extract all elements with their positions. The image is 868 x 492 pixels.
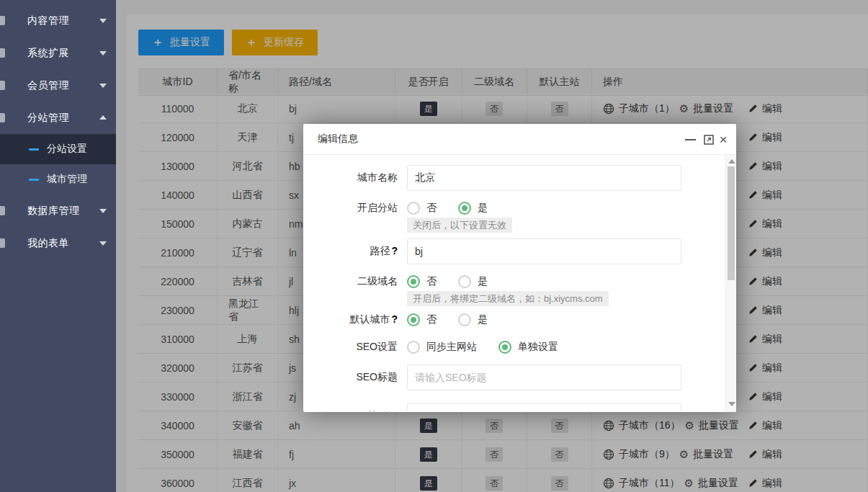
radio-unselected-icon <box>407 341 420 354</box>
radio-unselected-icon <box>407 202 420 215</box>
scrollbar-thumb[interactable] <box>728 166 735 280</box>
radio-option-否[interactable]: 否 <box>407 275 437 288</box>
edit-info-modal: 编辑信息 × 城市名称 开启分站 否是 关闭后，以下设置无效 路径? <box>303 124 736 412</box>
chevron-down-icon <box>99 51 107 55</box>
radio-option-同步主网站[interactable]: 同步主网站 <box>407 341 477 354</box>
sidebar-item-系统扩展[interactable]: 系统扩展 <box>0 37 116 69</box>
field-seo-mode: SEO设置 同步主网站单独设置 <box>303 341 736 354</box>
field-label: 开启分站 <box>303 202 407 215</box>
chevron-down-icon <box>99 241 107 246</box>
field-label: 城市名称 <box>303 171 407 184</box>
radio-option-否[interactable]: 否 <box>407 313 437 326</box>
radio-option-是[interactable]: 是 <box>458 313 488 326</box>
field-seo-title: SEO标题 <box>303 364 736 390</box>
chevron-down-icon <box>99 209 107 213</box>
close-icon[interactable]: × <box>716 124 730 155</box>
sidebar-item-label: 我的表单 <box>27 237 69 250</box>
hint-question-mark: ? <box>391 245 398 256</box>
sidebar-subitem-城市管理[interactable]: 城市管理 <box>0 164 116 194</box>
modal-body: 城市名称 开启分站 否是 关闭后，以下设置无效 路径? 二级域名 否是 开启后，… <box>303 155 736 411</box>
field-label: SEO设置 <box>303 341 407 354</box>
enable-radio-group: 否是 <box>407 202 509 215</box>
subdomain-helper: 开启后，将绑定二级域名，如：bj.xiycms.com <box>407 291 736 306</box>
scroll-up-arrow-icon[interactable] <box>728 159 735 164</box>
field-seo-keyword: SEO关键词 <box>303 403 736 411</box>
radio-label: 否 <box>426 275 437 288</box>
field-label: 默认城市? <box>303 313 407 326</box>
chevron-up-icon <box>99 115 107 120</box>
minimize-icon[interactable] <box>685 124 696 155</box>
sidebar-menu: 内容管理系统扩展会员管理分站管理分站设置城市管理数据库管理我的表单 <box>0 4 116 259</box>
chevron-down-icon <box>99 19 107 23</box>
radio-label: 同步主网站 <box>426 341 477 354</box>
field-label: 路径? <box>303 245 407 258</box>
city-name-input[interactable] <box>407 165 681 191</box>
radio-unselected-icon <box>458 275 471 288</box>
maximize-icon[interactable] <box>704 124 714 155</box>
radio-label: 否 <box>426 202 437 215</box>
field-label: SEO关键词 <box>303 410 407 411</box>
radio-option-是[interactable]: 是 <box>458 202 488 215</box>
field-label: SEO标题 <box>303 371 407 384</box>
sidebar-item-label: 内容管理 <box>27 14 69 27</box>
database-manage-icon <box>0 206 5 215</box>
field-enable-subsite: 开启分站 否是 <box>303 202 736 215</box>
scroll-down-arrow-icon[interactable] <box>728 402 735 406</box>
sidebar-item-会员管理[interactable]: 会员管理 <box>0 69 116 102</box>
path-input[interactable] <box>407 238 681 264</box>
field-default-city: 默认城市? 否是 <box>303 313 736 326</box>
field-city-name: 城市名称 <box>303 165 736 191</box>
radio-selected-icon <box>407 313 420 326</box>
modal-titlebar: 编辑信息 × <box>303 124 736 155</box>
radio-label: 是 <box>478 275 488 288</box>
radio-label: 单独设置 <box>518 341 558 354</box>
enable-helper: 关闭后，以下设置无效 <box>407 218 736 233</box>
sidebar-item-分站管理[interactable]: 分站管理 <box>0 102 116 134</box>
radio-unselected-icon <box>458 313 471 326</box>
radio-selected-icon <box>407 275 420 288</box>
seo-title-input[interactable] <box>407 364 681 390</box>
content-manage-icon <box>0 16 5 25</box>
subdomain-radio-group: 否是 <box>407 275 509 288</box>
radio-selected-icon <box>498 341 511 354</box>
sidebar-item-label: 分站管理 <box>27 112 69 125</box>
radio-selected-icon <box>458 202 471 215</box>
field-label: 二级域名 <box>303 275 407 288</box>
sidebar-item-我的表单[interactable]: 我的表单 <box>0 227 116 259</box>
seo-mode-radio-group: 同步主网站单独设置 <box>407 341 580 354</box>
sidebar-item-内容管理[interactable]: 内容管理 <box>0 4 116 37</box>
member-manage-icon <box>0 81 5 90</box>
dash-icon <box>29 148 39 151</box>
radio-label: 是 <box>478 202 488 215</box>
radio-label: 否 <box>426 313 437 326</box>
sidebar-subitem-label: 分站设置 <box>47 143 87 156</box>
subsite-manage-icon <box>0 113 5 122</box>
default-city-radio-group: 否是 <box>407 313 509 326</box>
sidebar-subitem-分站设置[interactable]: 分站设置 <box>0 134 116 164</box>
modal-scrollbar[interactable] <box>725 155 736 412</box>
my-forms-icon <box>0 238 5 248</box>
modal-title: 编辑信息 <box>318 133 358 146</box>
radio-label: 是 <box>478 313 488 326</box>
field-subdomain: 二级域名 否是 <box>303 275 736 288</box>
field-path: 路径? <box>303 238 736 264</box>
system-extend-icon <box>0 48 5 58</box>
seo-keyword-input[interactable] <box>407 403 681 411</box>
hint-question-mark: ? <box>391 313 398 325</box>
radio-option-是[interactable]: 是 <box>458 275 488 288</box>
sidebar: 内容管理系统扩展会员管理分站管理分站设置城市管理数据库管理我的表单 <box>0 0 116 492</box>
dash-icon <box>29 179 39 181</box>
sidebar-item-label: 数据库管理 <box>27 205 80 218</box>
sidebar-item-label: 会员管理 <box>27 79 69 92</box>
sidebar-subitem-label: 城市管理 <box>47 173 87 186</box>
radio-option-否[interactable]: 否 <box>407 202 437 215</box>
sidebar-item-数据库管理[interactable]: 数据库管理 <box>0 194 116 227</box>
chevron-down-icon <box>99 84 107 88</box>
sidebar-item-label: 系统扩展 <box>27 47 69 60</box>
radio-option-单独设置[interactable]: 单独设置 <box>498 341 558 354</box>
